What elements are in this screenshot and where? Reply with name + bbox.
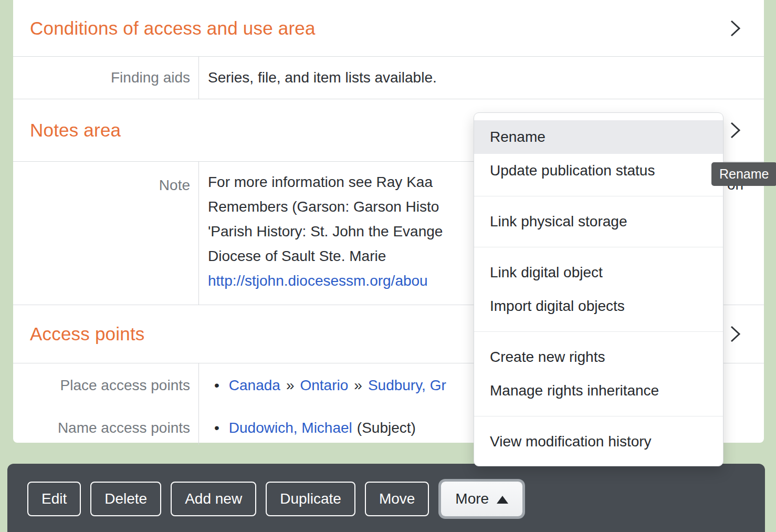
more-dropdown-menu: Rename Update publication status Link ph… (474, 112, 723, 466)
finding-aids-row: Finding aids Series, file, and item list… (13, 56, 764, 99)
chevron-right-icon[interactable] (729, 19, 742, 38)
section-conditions-title: Conditions of access and use area (30, 18, 316, 39)
menu-item-link-digital-object[interactable]: Link digital object (474, 256, 723, 289)
name-access-point-type: (Subject) (357, 420, 416, 436)
bullet-icon: • (214, 377, 219, 393)
delete-button[interactable]: Delete (90, 482, 161, 516)
move-button[interactable]: Move (365, 482, 429, 516)
bullet-icon: • (214, 420, 219, 436)
add-new-button[interactable]: Add new (171, 482, 256, 516)
menu-item-view-modification-history[interactable]: View modification history (474, 425, 723, 458)
place-link-ontario[interactable]: Ontario (300, 377, 348, 393)
menu-item-create-new-rights[interactable]: Create new rights (474, 340, 723, 374)
section-notes-title: Notes area (30, 120, 121, 141)
page: Conditions of access and use area Findin… (0, 0, 776, 532)
menu-divider (474, 331, 723, 332)
finding-aids-label: Finding aids (13, 57, 199, 99)
edit-button[interactable]: Edit (27, 482, 81, 516)
menu-item-update-publication-status[interactable]: Update publication status (474, 154, 723, 187)
name-access-points-label: Name access points (13, 410, 199, 445)
menu-item-link-physical-storage[interactable]: Link physical storage (474, 205, 723, 238)
chevron-right-icon[interactable] (729, 325, 742, 343)
name-link-dudowich[interactable]: Dudowich, Michael (229, 420, 352, 436)
menu-item-import-digital-objects[interactable]: Import digital objects (474, 289, 723, 323)
section-access-points-title: Access points (30, 324, 145, 345)
menu-divider (474, 247, 723, 247)
menu-divider (474, 196, 723, 196)
caret-up-icon (497, 490, 508, 508)
breadcrumb-separator: » (354, 377, 362, 393)
menu-divider (474, 416, 723, 416)
duplicate-button[interactable]: Duplicate (266, 482, 355, 516)
section-conditions-header: Conditions of access and use area (13, 0, 764, 56)
rename-tooltip: Rename (711, 162, 776, 186)
breadcrumb-separator: » (286, 377, 295, 393)
menu-item-rename[interactable]: Rename (474, 120, 723, 154)
finding-aids-value: Series, file, and item lists available. (199, 57, 764, 99)
more-button-label: More (455, 490, 489, 508)
menu-item-manage-rights-inheritance[interactable]: Manage rights inheritance (474, 374, 723, 408)
place-link-canada[interactable]: Canada (229, 377, 280, 393)
chevron-right-icon[interactable] (729, 121, 742, 140)
more-button[interactable]: More (441, 482, 522, 516)
action-bar: Edit Delete Add new Duplicate Move More (7, 464, 765, 532)
place-access-points-label: Place access points (13, 363, 199, 410)
note-label: Note (13, 162, 199, 305)
place-link-sudbury[interactable]: Sudbury, Gr (368, 377, 446, 393)
